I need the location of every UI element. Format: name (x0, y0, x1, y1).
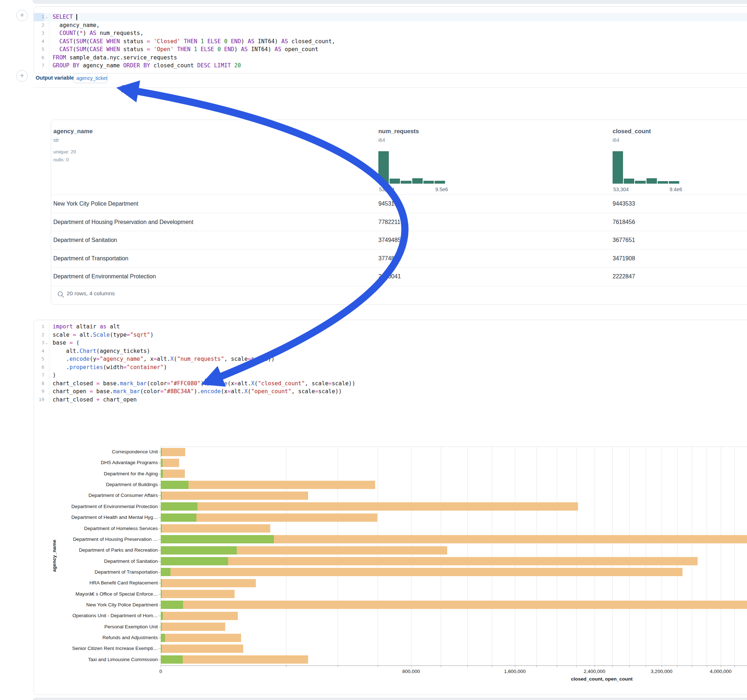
x-axis-tick (467, 665, 468, 667)
chart-bar-closed (161, 623, 225, 631)
x-axis-tick (537, 665, 537, 667)
chart-bar-closed (161, 655, 308, 664)
gridline (721, 447, 721, 665)
chart-bar-closed (161, 579, 256, 587)
y-axis-domain (161, 447, 161, 665)
x-axis-tick-label: 2,400,000 (584, 669, 605, 674)
category-label: Operations Unit - Department of Hom… (0, 613, 158, 619)
x-axis-tick-label: 0 (159, 669, 162, 674)
gridline (411, 447, 411, 665)
chart-bar-closed (161, 481, 375, 489)
next-cell-edge (32, 698, 747, 700)
gridline (734, 447, 735, 665)
gridline (537, 447, 537, 665)
gridline (378, 447, 378, 665)
category-label: Department of Housing Preservation … (0, 537, 158, 542)
chart-bar-open (161, 524, 162, 533)
category-label: Senior Citizen Rent Increase Exempti… (0, 646, 158, 652)
x-axis-tick (629, 665, 629, 667)
x-axis-tick (734, 665, 735, 667)
category-label: Department for the Aging (0, 471, 158, 477)
category-label: Department of Homeless Services (0, 526, 158, 531)
chart-bar-open (161, 535, 274, 543)
x-axis-tick-label: 4,000,000 (710, 669, 732, 674)
gridline (677, 447, 677, 665)
category-label: Taxi and Limousine Commission (0, 657, 158, 662)
x-axis-tick (557, 665, 557, 667)
category-label: Department of Consumer Affairs (0, 493, 158, 498)
chart-bar-open (161, 655, 183, 664)
chart-bar-closed (161, 524, 270, 533)
chart-bar-closed (161, 502, 578, 511)
plot-top-border (161, 447, 747, 447)
category-label: Department of Sanitation (0, 558, 158, 564)
chart-bar-closed (161, 590, 234, 598)
chart-bar-open (161, 579, 162, 587)
gridline (441, 447, 441, 665)
chart-bar-closed (161, 459, 179, 467)
category-label: Correspondence Unit (0, 449, 158, 455)
x-axis-tick (515, 665, 515, 667)
category-label: Mayorâ€ s Office of Special Enforce… (0, 591, 158, 597)
chart-bar-closed (161, 568, 682, 576)
x-axis-tick-label: 3,200,000 (651, 669, 672, 674)
category-label: Department of Transportation (0, 569, 158, 575)
chart-bar-closed (161, 469, 185, 478)
gridline (338, 447, 338, 665)
chart-bar-open (161, 557, 228, 565)
chart-bar-open (161, 481, 189, 489)
category-label: Department of Health and Mental Hyg… (0, 514, 158, 520)
x-axis-title: closed_count, open_count (571, 676, 632, 682)
x-axis-tick (707, 665, 707, 667)
x-axis-tick-label: 800,000 (402, 669, 420, 674)
gridline (576, 447, 576, 665)
chart-bar-closed (161, 612, 238, 620)
chart-bar-closed (161, 644, 243, 653)
x-axis-tick (677, 665, 677, 667)
x-axis-tick (594, 665, 595, 667)
altair-bar-chart: agency_name closed_count, open_count Cor… (0, 0, 747, 700)
category-label: Personal Exemption Unit (0, 624, 158, 630)
chart-bar-open (161, 448, 162, 456)
x-axis-tick (378, 665, 378, 667)
gridline (492, 447, 492, 665)
category-label: Department of Parks and Recreation (0, 547, 158, 553)
x-axis-tick (338, 665, 338, 667)
gridline (612, 447, 612, 665)
notebook-canvas: + + 1⌄SELECT 2 agency_name,3 COUNT(*) AS… (0, 0, 747, 700)
x-axis-tick (692, 665, 692, 667)
gridline (557, 447, 557, 665)
x-axis-tick (612, 665, 612, 667)
chart-bar-open (161, 492, 162, 500)
category-label: DHS Advantage Programs (0, 460, 158, 466)
chart-bar-closed (161, 634, 241, 642)
chart-bar-open (161, 600, 183, 609)
chart-bar-open (161, 612, 163, 620)
chart-bar-open (161, 513, 197, 522)
x-axis-tick (286, 665, 286, 667)
chart-bar-open (161, 502, 198, 511)
chart-bar-open (161, 459, 163, 467)
x-axis-tick (662, 665, 662, 667)
gridline (515, 447, 515, 665)
x-axis-tick-label: 1,600,000 (504, 669, 526, 674)
gridline (692, 447, 692, 665)
chart-bar-open (161, 590, 162, 598)
x-axis-tick (721, 665, 721, 667)
category-label: Refunds and Adjustments (0, 635, 158, 641)
chart-bar-open (161, 623, 162, 631)
x-axis-tick (411, 665, 411, 667)
chart-bar-open (161, 634, 165, 642)
category-label: New York City Police Department (0, 602, 158, 608)
x-axis-tick (441, 665, 441, 667)
category-label: Department of Environmental Protection (0, 504, 158, 510)
x-axis-tick (492, 665, 492, 667)
chart-bar-closed (161, 557, 698, 565)
x-axis-tick (161, 665, 161, 667)
x-axis-domain (161, 665, 747, 666)
x-axis-tick (576, 665, 576, 667)
gridline (286, 447, 286, 665)
gridline (467, 447, 468, 665)
chart-bar-closed (161, 600, 747, 609)
chart-bar-open (161, 469, 163, 478)
